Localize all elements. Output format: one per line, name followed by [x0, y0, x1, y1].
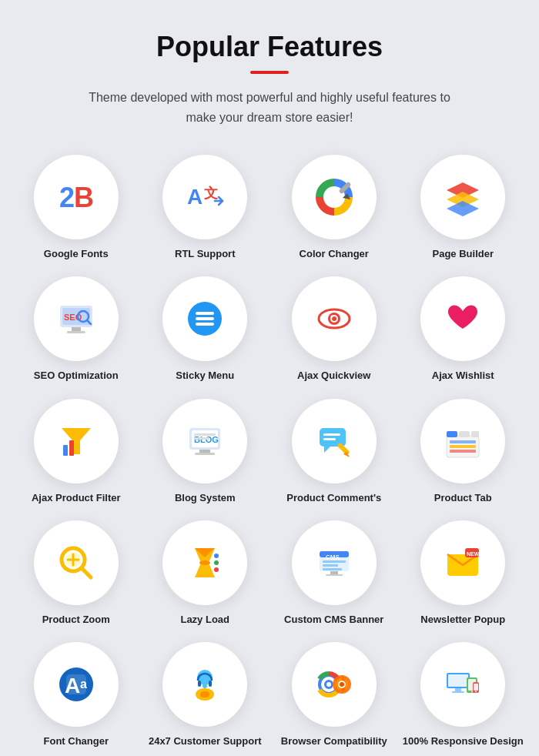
color-changer-icon	[313, 176, 355, 218]
feature-icon-circle-custom-cms-banner: CMS	[292, 520, 377, 605]
svg-rect-92	[455, 688, 461, 691]
feature-product-tab: Product Tab	[403, 399, 524, 505]
feature-custom-cms-banner: CMS Custom CMS Banner	[273, 520, 395, 627]
seo-optimization-icon: SEO	[55, 298, 97, 340]
feature-label-customer-support: 24x7 Customer Support	[149, 734, 262, 748]
svg-point-99	[475, 691, 477, 692]
svg-point-60	[214, 567, 219, 572]
svg-rect-66	[323, 568, 342, 570]
svg-point-26	[330, 316, 333, 318]
svg-point-59	[214, 560, 219, 565]
feature-label-responsive-design: 100% Responsive Design	[403, 734, 524, 748]
svg-rect-77	[198, 681, 201, 687]
feature-label-seo-optimization: SEO Optimization	[34, 369, 119, 383]
feature-label-color-changer: Color Changer	[300, 247, 369, 261]
feature-responsive-design: 100% Responsive Design	[403, 642, 524, 748]
product-comments-icon	[313, 420, 355, 462]
svg-rect-39	[323, 433, 340, 436]
svg-rect-21	[196, 323, 214, 326]
svg-rect-13	[72, 327, 81, 331]
feature-icon-circle-product-zoom	[34, 520, 119, 605]
feature-icon-circle-ajax-wishlist	[420, 276, 505, 361]
feature-icon-circle-customer-support	[162, 642, 247, 727]
feature-icon-circle-browser-compatibility	[292, 642, 377, 727]
feature-label-google-fonts: Google Fonts	[44, 247, 109, 261]
newsletter-popup-icon: NEWS	[442, 542, 484, 584]
feature-icon-circle-product-tab	[420, 399, 505, 483]
svg-text:文: 文	[204, 186, 218, 201]
svg-marker-10	[447, 201, 479, 216]
svg-rect-93	[452, 691, 464, 693]
svg-rect-91	[448, 674, 468, 687]
svg-line-54	[82, 568, 91, 577]
svg-rect-44	[447, 431, 457, 437]
feature-label-newsletter-popup: Newsletter Popup	[420, 613, 505, 627]
feature-font-changer: A a Font Changer	[15, 642, 137, 748]
svg-rect-46	[471, 431, 479, 437]
svg-rect-32	[199, 450, 210, 453]
svg-rect-35	[194, 433, 216, 436]
svg-rect-40	[323, 438, 336, 440]
svg-rect-48	[450, 445, 476, 448]
feature-browser-compatibility: Browser Compatibility	[273, 642, 395, 748]
svg-text:B: B	[74, 182, 94, 213]
svg-rect-20	[196, 317, 214, 320]
svg-rect-19	[196, 312, 214, 315]
svg-rect-29	[69, 440, 74, 456]
svg-text:A: A	[187, 185, 203, 209]
feature-icon-circle-newsletter-popup: NEWS	[420, 520, 505, 605]
feature-label-page-builder: Page Builder	[433, 247, 494, 261]
feature-icon-circle-ajax-product-filter	[34, 399, 119, 483]
feature-label-font-changer: Font Changer	[44, 734, 109, 748]
feature-icon-circle-blog-system: BLOG	[162, 399, 247, 483]
svg-rect-49	[450, 450, 476, 453]
feature-product-zoom: Product Zoom	[15, 520, 137, 627]
svg-rect-80	[200, 691, 209, 697]
ajax-quickview-icon	[313, 298, 355, 340]
svg-text:NEWS: NEWS	[467, 551, 483, 557]
svg-rect-47	[450, 440, 476, 443]
feature-color-changer: Color Changer	[273, 155, 395, 261]
svg-rect-28	[63, 445, 68, 456]
feature-page-builder: Page Builder	[403, 155, 524, 261]
svg-rect-45	[459, 431, 470, 437]
feature-label-browser-compatibility: Browser Compatibility	[281, 734, 387, 748]
svg-point-81	[203, 684, 207, 688]
svg-point-96	[471, 691, 473, 692]
svg-rect-65	[323, 564, 338, 567]
feature-ajax-quickview: Ajax Quickview	[273, 276, 395, 383]
svg-text:CMS: CMS	[326, 554, 340, 560]
feature-newsletter-popup: NEWS Newsletter Popup	[403, 520, 524, 627]
feature-label-product-zoom: Product Zoom	[42, 613, 110, 627]
svg-point-57	[199, 560, 210, 565]
svg-text:a: a	[80, 677, 87, 691]
feature-label-rtl-support: RTL Support	[175, 247, 235, 261]
feature-seo-optimization: SEO SEO Optimization	[15, 276, 137, 383]
svg-rect-37	[320, 428, 346, 447]
rtl-support-icon: A 文	[184, 176, 226, 218]
svg-point-85	[326, 682, 331, 687]
feature-ajax-product-filter: Ajax Product Filter	[15, 399, 137, 505]
svg-marker-38	[324, 447, 330, 453]
custom-cms-banner-icon: CMS	[313, 542, 355, 584]
feature-icon-circle-sticky-menu	[162, 276, 247, 361]
feature-label-sticky-menu: Sticky Menu	[176, 369, 234, 383]
feature-icon-circle-color-changer	[292, 155, 377, 239]
ajax-product-filter-icon	[55, 420, 97, 462]
svg-rect-14	[67, 331, 85, 333]
svg-rect-36	[194, 437, 209, 440]
page-subtitle: Theme developed with most powerful and h…	[77, 88, 462, 127]
product-zoom-icon	[55, 542, 97, 584]
responsive-design-icon	[442, 664, 484, 705]
page-title: Popular Features	[156, 31, 383, 63]
feature-icon-circle-font-changer: A a	[34, 642, 119, 727]
feature-icon-circle-rtl-support: A 文	[162, 155, 247, 239]
lazy-load-icon	[184, 542, 226, 584]
svg-rect-68	[326, 574, 343, 576]
svg-text:2: 2	[59, 182, 75, 213]
font-changer-icon: A a	[55, 664, 97, 705]
feature-label-lazy-load: Lazy Load	[180, 613, 229, 627]
feature-label-ajax-quickview: Ajax Quickview	[297, 369, 370, 383]
feature-ajax-wishlist: Ajax Wishlist	[403, 276, 524, 383]
ajax-wishlist-icon	[442, 298, 484, 340]
